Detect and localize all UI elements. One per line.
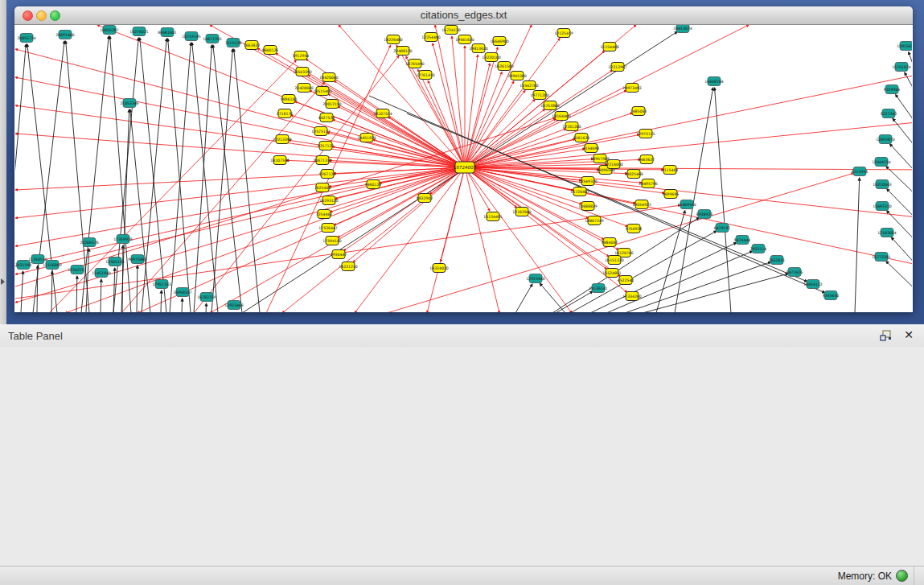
graph-node-label: 12213399 [273, 138, 291, 142]
graph-node-label: 9267120 [319, 172, 336, 176]
graph-node-label: 9756928 [626, 227, 643, 231]
graph-node-label: 19771200 [530, 93, 548, 97]
graph-node-label: 6479197 [714, 226, 731, 230]
graph-node-label: 4427520 [318, 116, 335, 120]
graph-node-label: 17594140 [322, 239, 341, 243]
graph-node-label: 12103054 [877, 231, 896, 235]
graph-node-label: 21053346 [120, 101, 138, 105]
graph-node-label: 18807249 [585, 219, 603, 223]
graph-node-label: 10655287 [100, 28, 118, 32]
graph-node-label: 9154690 [583, 146, 600, 150]
graph-node-label: 7632621 [769, 258, 786, 262]
graph-node-label: 13220100 [482, 56, 500, 60]
status-bar: Memory: OK [0, 566, 924, 585]
graph-node-label: 11451940 [92, 271, 110, 275]
graph-node-label: 7936447 [331, 253, 347, 257]
network-canvas[interactable]: 2405572420691406106552871527602184661601… [15, 25, 912, 312]
graph-node-label: 9699695 [663, 192, 680, 196]
graph-node-label: 7515526 [225, 41, 242, 45]
graph-node-label: 14136141 [589, 286, 607, 290]
graph-node-label: 16958107 [173, 290, 191, 295]
memory-ok-icon[interactable] [896, 570, 908, 582]
graph-node-label: 9227343 [881, 112, 897, 116]
graph-node-label: 16261500 [495, 64, 513, 68]
graph-node-label: 17334260 [622, 295, 641, 299]
graph-node-label: 12254490 [421, 35, 440, 39]
graph-node-label: 12342757 [68, 268, 86, 272]
collapse-arrow-icon[interactable] [1, 278, 5, 285]
graph-node-label: 15524851 [602, 271, 621, 275]
graph-node-label: 9329966 [884, 88, 901, 92]
graph-node-label: 20671310 [313, 159, 331, 163]
graph-node-label: 9463627 [639, 158, 655, 162]
float-window-icon[interactable] [880, 330, 892, 341]
graph-node-label: 12505135 [105, 260, 124, 264]
graph-node-label: 15134451 [483, 215, 502, 219]
graph-node-label: 16773281 [872, 255, 890, 259]
graph-node-label: 16648784 [704, 80, 723, 84]
graph-node-label: 84661601 [158, 31, 176, 35]
network-view-window: citations_edges.txt 24055724206914061065… [14, 6, 913, 312]
graph-node-label: 2718176 [277, 112, 294, 116]
graph-node-label: 12761410 [416, 73, 434, 77]
graph-node-label: 12161200 [562, 125, 581, 129]
graph-node-label: 16543390 [293, 70, 311, 74]
graph-node-label: 10719195 [182, 35, 200, 39]
graph-node-label: 23420040 [294, 86, 313, 90]
graph-node-label: 12125419 [554, 31, 573, 35]
graph-node-label: 4522540 [618, 278, 634, 282]
graph-node-label: 12923440 [526, 277, 544, 281]
graph-node-label: 16753800 [540, 104, 559, 108]
graph-node-label: 16210643 [873, 183, 891, 187]
graph-node-label: 8471626 [786, 270, 803, 274]
graph-node-label: 9660125 [262, 48, 279, 52]
graph-node-label: 12444154 [872, 160, 890, 164]
graph-node-label: 17536447 [318, 226, 337, 230]
graph-node-label: 19813620 [469, 47, 487, 51]
graph-node-label: 18549320 [578, 179, 597, 183]
graph-node-label: 10973493 [622, 86, 641, 90]
graph-node-label: 10688839 [578, 204, 597, 208]
graph-node-label: 12975115 [636, 132, 655, 136]
table-panel-body: f(x) citations_edges.txt namein_degreeye… [0, 347, 924, 566]
memory-status-label: Memory: OK [838, 571, 892, 582]
graph-node-label: 18226480 [384, 38, 402, 42]
window-title: citations_edges.txt [14, 9, 913, 21]
panel-title: Table Panel [8, 330, 63, 342]
graph-node-label: 15751074 [892, 65, 910, 69]
graph-node-label: 15276021 [129, 30, 148, 34]
graph-node-label: 16151320 [605, 258, 623, 262]
graph-node-label: 3931590 [15, 263, 31, 267]
graph-node-label: 11156869 [43, 263, 61, 267]
graph-node-label: 9474444 [734, 238, 751, 242]
graph-node-label: 12093870 [876, 138, 894, 142]
side-collapse-strip [0, 0, 6, 324]
graph-node-label: 12923448 [224, 303, 243, 307]
graph-node-label: 22408120 [393, 49, 412, 53]
graph-node-label: 9460125 [365, 183, 382, 187]
graph-node-label: 9832902 [417, 196, 433, 200]
graph-node-label: 7485063 [630, 109, 647, 113]
graph-node-label: 15724120 [441, 28, 460, 32]
graph-node-label: 20206576 [80, 241, 98, 245]
graph-node-label: 19561620 [455, 38, 474, 42]
graph-node-label: 20012150 [322, 102, 341, 106]
graph-node-label: 7625402 [314, 186, 331, 190]
graph-node-label: 90975887 [128, 257, 146, 262]
graph-node-label: 17957253 [152, 282, 170, 286]
graph-node-label: 14671355 [203, 37, 221, 41]
graph-node-label: 16782759 [197, 295, 216, 299]
window-titlebar[interactable]: citations_edges.txt [14, 6, 913, 25]
graph-node-label: 12213967 [608, 65, 626, 69]
close-panel-icon[interactable]: ✕ [904, 328, 914, 341]
graph-node-label: 16231210 [339, 265, 357, 269]
graph-node-label: 7254462 [316, 212, 333, 216]
graph-node-label: 9884067 [602, 241, 618, 245]
graph-node-label: 15692310 [873, 204, 891, 208]
graph-node-label: 10654112 [803, 282, 822, 286]
graph-node-label: 18107550 [270, 159, 289, 163]
graph-node-label: 9896100 [281, 97, 298, 101]
graph-node-label: 18957968 [590, 157, 609, 161]
status-divider [914, 566, 914, 585]
graph-node-label: 20691406 [55, 33, 74, 37]
